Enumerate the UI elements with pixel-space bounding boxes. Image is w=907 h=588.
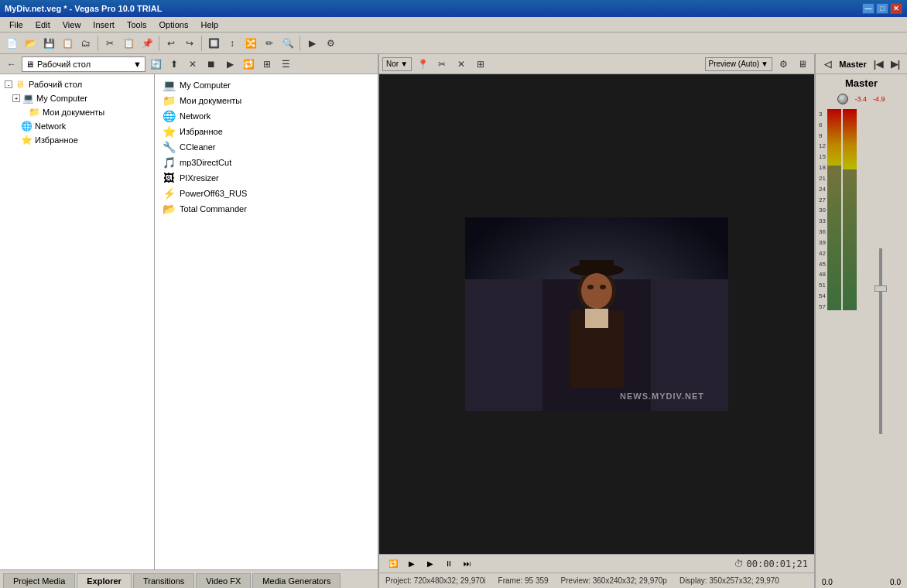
file-mycomputer-icon: 💻 [161, 79, 176, 91]
file-item-pixresizer[interactable]: 🖼 PIXresizer [158, 170, 375, 186]
menu-edit[interactable]: Edit [29, 19, 56, 31]
explorer-delete-button[interactable]: ✕ [184, 56, 201, 73]
tab-video-fx[interactable]: Video FX [196, 573, 251, 588]
svg-rect-2 [465, 279, 542, 411]
preview-fit-button[interactable]: ⊞ [472, 56, 489, 73]
minimize-button[interactable]: — [862, 3, 874, 14]
preview-ext-button[interactable]: 🖥 [794, 56, 811, 73]
preview-ff-button[interactable]: ⏭ [460, 557, 475, 571]
file-item-mp3directcut[interactable]: 🎵 mp3DirectCut [158, 155, 375, 170]
undo-button[interactable]: ↩ [163, 35, 180, 52]
file-pixresizer-icon: 🖼 [161, 172, 176, 184]
preview-title-dropdown[interactable]: Preview (Auto)▼ [705, 57, 772, 71]
mydocs-icon: 📁 [28, 106, 40, 118]
tool2-button[interactable]: ↕ [224, 35, 241, 52]
tab-project-media[interactable]: Project Media [3, 573, 75, 588]
tool5-button[interactable]: 🔍 [279, 35, 296, 52]
paste-button[interactable]: 📌 [139, 35, 156, 52]
master-prev-button[interactable]: |◀ [870, 56, 887, 73]
master-volume-fader[interactable] [858, 109, 904, 573]
save-button[interactable]: 💾 [40, 35, 57, 52]
file-favorites-icon: ⭐ [161, 125, 176, 138]
toolbar-separator-1 [98, 36, 98, 51]
preview-snap-button[interactable]: 📍 [414, 56, 431, 73]
tool1-button[interactable]: 🔲 [205, 35, 222, 52]
explorer-refresh-button[interactable]: 🔄 [147, 56, 164, 73]
preview-cut-button[interactable]: ✂ [433, 56, 450, 73]
vu-bar-left [827, 109, 841, 310]
master-fader-row: -3.4 -4.9 [816, 92, 907, 106]
expand-mycomputer-icon[interactable]: + [12, 94, 20, 102]
file-item-mycomputer[interactable]: 💻 My Computer [158, 77, 375, 93]
explorer-tabs: Project Media Explorer Transitions Video… [0, 569, 378, 588]
tree-item-mydocs[interactable]: 📁 Мои документы [19, 105, 151, 119]
vu-mask-right [843, 169, 857, 310]
preview-play2-button[interactable]: ▶ [423, 557, 438, 571]
menu-options[interactable]: Options [153, 19, 195, 31]
file-item-poweroff[interactable]: ⚡ PowerOff63_RUS [158, 186, 375, 201]
master-play-button[interactable]: ▶| [887, 56, 904, 73]
tree-item-desktop[interactable]: - 🖥 Рабочий стол [3, 77, 151, 91]
menu-view[interactable]: View [56, 19, 87, 31]
file-item-ccleaner[interactable]: 🔧 CCleaner [158, 139, 375, 155]
preview-button[interactable]: ⚙ [322, 35, 339, 52]
file-item-favorites[interactable]: ⭐ Избранное [158, 124, 375, 139]
file-network-icon: 🌐 [161, 110, 176, 122]
tree-item-favorites[interactable]: ⭐ Избранное [11, 133, 151, 147]
expand-desktop-icon[interactable]: - [5, 80, 12, 88]
save-as-button[interactable]: 📋 [59, 35, 76, 52]
video-frame: NEWS.MYDIV.NET [465, 217, 728, 411]
copy-button[interactable]: 📋 [120, 35, 137, 52]
tree-panel: - 🖥 Рабочий стол + 💻 My Computer 📁 Мои д… [0, 74, 155, 569]
master-bottom-values: 0.0 0.0 [816, 576, 907, 588]
svg-point-9 [581, 273, 612, 309]
master-expand-button[interactable]: ◁ [819, 56, 836, 73]
preview-mode-dropdown[interactable]: Nor▼ [382, 57, 412, 71]
render-button[interactable]: ▶ [303, 35, 320, 52]
save2-button[interactable]: 🗂 [77, 35, 94, 52]
explorer-back-button[interactable]: ← [3, 56, 20, 73]
master-knob[interactable] [837, 94, 848, 104]
preview-area: Nor▼ 📍 ✂ ✕ ⊞ Preview (Auto)▼ ⚙ 🖥 [379, 54, 814, 588]
cut-button[interactable]: ✂ [101, 35, 118, 52]
explorer-view-button[interactable]: ⊞ [258, 56, 276, 73]
maximize-button[interactable]: □ [876, 3, 888, 14]
explorer-loop-button[interactable]: 🔁 [240, 56, 257, 73]
tab-explorer[interactable]: Explorer [77, 573, 132, 588]
explorer-grid-button[interactable]: ☰ [277, 56, 294, 73]
file-item-mydocs[interactable]: 📁 Мои документы [158, 93, 375, 108]
menu-help[interactable]: Help [194, 19, 224, 31]
tab-transitions[interactable]: Transitions [133, 573, 194, 588]
network-icon: 🌐 [20, 120, 33, 132]
tool4-button[interactable]: ✏ [261, 35, 278, 52]
close-button[interactable]: ✕ [890, 3, 902, 14]
preview-play-button[interactable]: ▶ [404, 557, 419, 571]
vu-mask-left [827, 166, 841, 310]
file-item-network[interactable]: 🌐 Network [158, 108, 375, 124]
window-title: MyDiv.net.veg * - Vegas Pro 10.0 TRIAL [5, 4, 162, 13]
explorer-up-button[interactable]: ⬆ [166, 56, 183, 73]
redo-button[interactable]: ↪ [181, 35, 198, 52]
preview-timecode-icon: ⏱ [734, 559, 744, 569]
tree-item-network[interactable]: 🌐 Network [11, 119, 151, 133]
menu-file[interactable]: File [3, 19, 29, 31]
vu-bar-right [843, 109, 857, 310]
menu-insert[interactable]: Insert [87, 19, 121, 31]
preview-del-button[interactable]: ✕ [453, 56, 470, 73]
tab-media-generators[interactable]: Media Generators [252, 573, 341, 588]
open-button[interactable]: 📂 [22, 35, 39, 52]
preview-pause-button[interactable]: ⏸ [441, 557, 457, 571]
preview-loop-button[interactable]: 🔁 [385, 557, 401, 571]
tool3-button[interactable]: 🔀 [242, 35, 259, 52]
file-item-totalcmd[interactable]: 📂 Total Commander [158, 201, 375, 217]
master-db-left: -3.4 [854, 95, 867, 103]
explorer-location-dropdown[interactable]: 🖥 Рабочий стол ▼ [22, 56, 145, 72]
new-button[interactable]: 📄 [3, 35, 20, 52]
explorer-play-button[interactable]: ▶ [221, 56, 238, 73]
tree-item-mycomputer[interactable]: + 💻 My Computer [11, 91, 151, 105]
video-preview: NEWS.MYDIV.NET [379, 74, 814, 554]
explorer-stop-button[interactable]: ⏹ [203, 56, 220, 73]
menu-tools[interactable]: Tools [121, 19, 153, 31]
right-panel: ◁ Master |◀ ▶| Master -3.4 -4.9 3 6 9 12… [814, 54, 907, 588]
preview-settings-button[interactable]: ⚙ [775, 56, 792, 73]
